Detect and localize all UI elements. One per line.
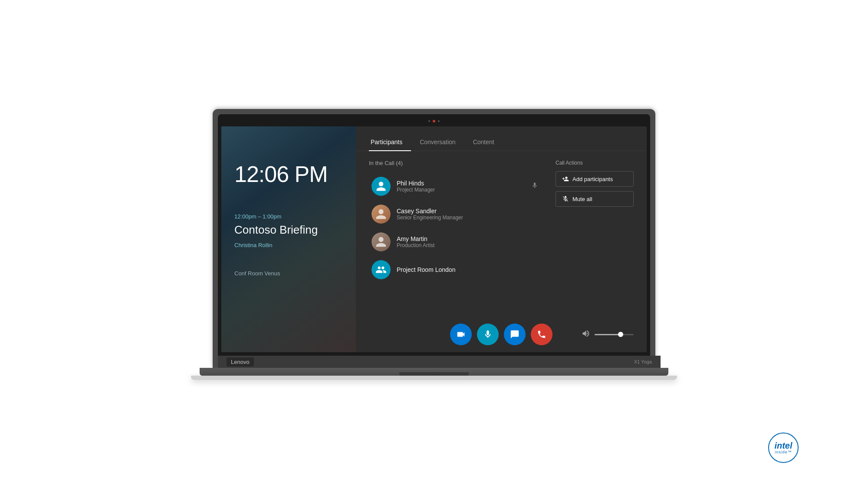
call-controls (356, 317, 647, 352)
list-item: Project Room London (369, 257, 542, 283)
mic-button[interactable] (477, 324, 499, 345)
tab-content[interactable]: Content (471, 133, 503, 151)
participant-name: Amy Martin (397, 235, 540, 242)
intel-badge: intel inside™ (768, 433, 799, 463)
participant-name: Project Room London (397, 266, 540, 273)
yoga-text: X1 Yoga (634, 359, 652, 364)
clock-display: 12:06 PM (234, 161, 343, 187)
participant-info: Casey Sandler Senior Engineering Manager (397, 208, 540, 221)
webcam-dot (433, 120, 435, 122)
intel-text: intel (774, 441, 792, 450)
intel-circle: intel inside™ (768, 433, 799, 463)
volume-control (582, 329, 634, 340)
screen: 12:06 PM 12:00pm – 1:00pm Contoso Briefi… (221, 126, 647, 352)
participant-role: Project Manager (397, 187, 540, 193)
chat-button[interactable] (504, 324, 526, 345)
actions-label: Call Actions (556, 160, 634, 166)
intel-inside-text: inside™ (775, 450, 792, 454)
avatar (372, 177, 391, 196)
laptop-hinge (399, 372, 469, 376)
tab-conversation[interactable]: Conversation (418, 133, 464, 151)
mute-all-button[interactable]: Mute all (556, 191, 634, 207)
conf-room: Conf Room Venus (234, 270, 343, 277)
participant-info: Project Room London (397, 266, 540, 273)
volume-icon (582, 329, 590, 340)
right-panel: Participants Conversation Content (356, 126, 647, 352)
video-button[interactable] (450, 324, 472, 345)
webcam-indicator-left (428, 120, 430, 122)
participant-info: Phil Hinds Project Manager (397, 180, 540, 193)
volume-thumb (618, 332, 623, 337)
list-item: Casey Sandler Senior Engineering Manager (369, 201, 542, 227)
tab-bar: Participants Conversation Content (356, 133, 647, 151)
participant-role: Senior Engineering Manager (397, 215, 540, 221)
laptop-lid: 12:06 PM 12:00pm – 1:00pm Contoso Briefi… (213, 109, 655, 368)
avatar (372, 232, 391, 251)
volume-fill (595, 334, 620, 335)
laptop-feet (191, 376, 677, 380)
tab-participants[interactable]: Participants (369, 133, 411, 151)
participant-name: Phil Hinds (397, 180, 540, 187)
call-actions: Call Actions Add participants (556, 160, 634, 308)
participants-section: In the Call (4) (369, 160, 542, 308)
webcam-area (221, 118, 647, 125)
laptop-outer: 12:06 PM 12:00pm – 1:00pm Contoso Briefi… (191, 109, 677, 380)
laptop-bottom-bezel: Lenovo X1 Yoga (218, 356, 661, 368)
laptop-bezel: 12:06 PM 12:00pm – 1:00pm Contoso Briefi… (218, 114, 650, 356)
left-panel: 12:06 PM 12:00pm – 1:00pm Contoso Briefi… (221, 126, 356, 352)
participant-name: Casey Sandler (397, 208, 540, 215)
participant-info: Amy Martin Production Artist (397, 235, 540, 248)
call-content: In the Call (4) (356, 151, 647, 317)
end-call-button[interactable] (531, 324, 552, 345)
laptop-base (200, 368, 668, 376)
participant-role: Production Artist (397, 242, 540, 248)
avatar (372, 260, 391, 279)
avatar (372, 205, 391, 224)
webcam-indicator-right (438, 120, 440, 122)
list-item: Amy Martin Production Artist (369, 229, 542, 255)
meeting-organizer: Christina Rollin (234, 242, 343, 248)
page-wrapper: 12:06 PM 12:00pm – 1:00pm Contoso Briefi… (0, 0, 868, 489)
meeting-title: Contoso Briefing (234, 223, 343, 237)
add-participants-button[interactable]: Add participants (556, 171, 634, 187)
participant-list: Phil Hinds Project Manager (369, 173, 542, 283)
meeting-time: 12:00pm – 1:00pm (234, 213, 343, 220)
volume-track[interactable] (595, 334, 634, 335)
list-item: Phil Hinds Project Manager (369, 173, 542, 199)
mic-icon (531, 182, 538, 191)
section-header: In the Call (4) (369, 160, 542, 166)
lenovo-logo: Lenovo (227, 357, 254, 367)
